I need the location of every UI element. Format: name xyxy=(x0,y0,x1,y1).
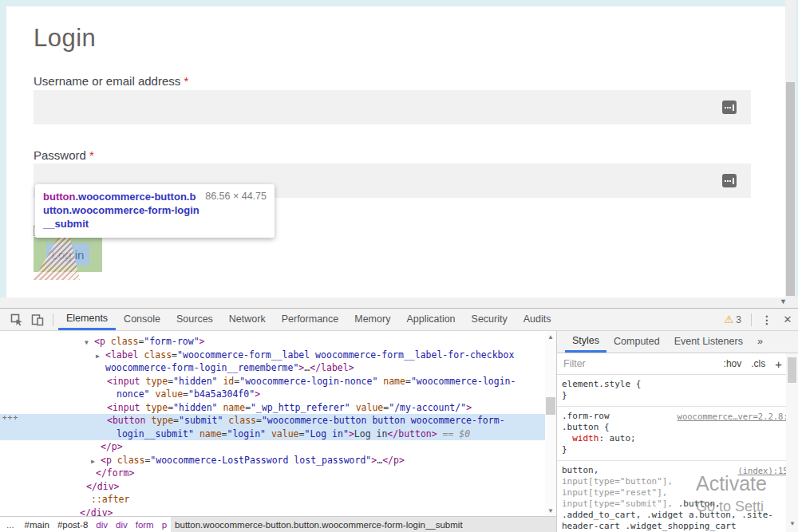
code-token: == $0 xyxy=(437,428,471,439)
code-line[interactable]: button,(index):155 xyxy=(562,465,784,476)
code-token: woocommerce-form-login__rememberme" xyxy=(105,362,298,373)
tooltip-selector-line2: utton.woocommerce-form-login xyxy=(43,203,267,217)
code-line[interactable]: } xyxy=(562,444,784,455)
toolbar-divider xyxy=(751,313,752,326)
code-line[interactable]: login__submit" name="login" value="Log i… xyxy=(0,428,545,441)
browser-viewport: Login Username or email address * Passwo… xyxy=(0,0,798,532)
code-line[interactable]: } xyxy=(562,390,784,401)
code-line[interactable]: <input type="hidden" id="woocommerce-log… xyxy=(0,375,545,388)
styles-scrollbar-thumb[interactable] xyxy=(788,357,796,383)
code-token xyxy=(562,433,572,443)
style-rule-section: button,(index):155input[type="button"],i… xyxy=(557,461,798,532)
devtools-tab-application[interactable]: Application xyxy=(398,309,463,330)
close-devtools-icon[interactable]: ✕ xyxy=(777,309,798,330)
hov-toggle[interactable]: :hov xyxy=(724,358,742,369)
new-style-rule-button[interactable]: + xyxy=(775,357,782,371)
code-line[interactable]: ▼<p class="form-row"> xyxy=(0,335,545,349)
code-token: } xyxy=(562,444,567,455)
devtools-tab-performance[interactable]: Performance xyxy=(274,309,347,330)
sidebar-tab-styles[interactable]: Styles xyxy=(565,331,606,353)
code-line[interactable]: input[type="reset"], xyxy=(562,487,784,499)
code-line[interactable]: header-cart .widget_shopping_cart xyxy=(562,521,784,532)
style-rules-list: element.style {}.form-rowwoocommerce…ver… xyxy=(557,375,798,532)
warning-icon: ⚠ xyxy=(725,313,734,325)
devtools-tab-audits[interactable]: Audits xyxy=(516,309,559,330)
elements-scrollbar-thumb[interactable] xyxy=(546,397,555,415)
code-line[interactable]: ▶<p class="woocommerce-LostPassword lost… xyxy=(0,454,545,467)
username-input[interactable] xyxy=(34,90,751,124)
code-line[interactable]: input[type="button"], xyxy=(562,476,784,487)
code-token: "woocommerce-button button woocommerce-f… xyxy=(262,415,505,426)
styles-filter-row: Filter :hov .cls + xyxy=(557,353,798,375)
scroll-down-arrow-icon[interactable]: ▼ xyxy=(547,507,554,514)
breadcrumb-form[interactable]: form xyxy=(132,517,158,532)
code-token: element.style { xyxy=(562,379,641,389)
code-line[interactable]: element.style { xyxy=(562,379,784,390)
code-line[interactable]: .added_to_cart, .widget a.button, .site- xyxy=(562,510,784,521)
breadcrumb-overflow[interactable]: ... xyxy=(0,517,21,532)
stylesheet-source-link[interactable]: (index):155 xyxy=(737,465,793,476)
devtools-tab-console[interactable]: Console xyxy=(116,309,168,330)
input-helper-icon[interactable] xyxy=(722,100,737,114)
tree-expand-arrow-icon[interactable]: ▼ xyxy=(85,337,94,350)
console-warning-badge[interactable]: ⚠ 3 xyxy=(720,313,746,325)
breadcrumb-div[interactable]: div xyxy=(92,517,112,532)
code-token: input[type="reset"], xyxy=(562,487,667,498)
styles-filter-input[interactable]: Filter xyxy=(563,358,714,369)
cls-toggle[interactable]: .cls xyxy=(751,358,765,369)
code-token: value xyxy=(271,428,299,439)
elements-vertical-scrollbar[interactable]: ▲ ▼ xyxy=(545,332,556,516)
tree-expand-arrow-icon[interactable]: ▶ xyxy=(96,350,105,364)
code-token: = xyxy=(173,415,179,426)
styles-sidebar: StylesComputedEvent Listeners» Filter :h… xyxy=(557,331,798,532)
code-line[interactable]: </p> xyxy=(0,440,545,454)
page-scrollbar-thumb[interactable] xyxy=(786,82,795,296)
page-horizontal-scrollbar[interactable]: ▼ xyxy=(0,298,798,309)
code-line[interactable]: width: auto; xyxy=(562,433,784,444)
sidebar-tab-computed[interactable]: Computed xyxy=(606,331,667,353)
inspect-element-icon[interactable] xyxy=(6,309,27,330)
devtools-tab-security[interactable]: Security xyxy=(464,309,516,330)
inspect-element-tooltip: 86.56 × 44.75 button.woocommerce-button.… xyxy=(35,184,275,238)
code-token: value xyxy=(155,388,183,400)
input-helper-icon[interactable] xyxy=(722,174,737,187)
stylesheet-source-link[interactable]: woocommerce…ver=2.2.8:1 xyxy=(678,411,793,422)
code-line[interactable]: ▶<label class="woocommerce-form__label w… xyxy=(0,349,545,362)
device-toolbar-icon[interactable] xyxy=(27,309,48,330)
code-token: "login" xyxy=(227,428,266,439)
devtools-tab-sources[interactable]: Sources xyxy=(168,309,221,330)
username-label: Username or email address * xyxy=(34,74,188,88)
devtools-panel: ElementsConsoleSourcesNetworkPerformance… xyxy=(0,309,798,532)
code-line[interactable]: </div> xyxy=(0,506,545,517)
code-line[interactable]: ::after xyxy=(0,493,545,506)
scroll-up-arrow-icon[interactable]: ▲ xyxy=(547,333,554,341)
code-line[interactable]: woocommerce-form-login__rememberme">…</l… xyxy=(0,361,545,375)
breadcrumb-p[interactable]: p xyxy=(158,517,171,532)
breadcrumb-button.woocommerce-button.button.woocomm[interactable]: button.woocommerce-button.button.woocomm… xyxy=(171,517,556,532)
scroll-down-arrow-icon[interactable]: ▼ xyxy=(789,520,796,527)
breadcrumb-#main[interactable]: #main xyxy=(21,517,53,532)
breadcrumb-div[interactable]: div xyxy=(112,517,132,532)
code-line[interactable]: </div> xyxy=(0,480,545,494)
code-token: "woocommerce-LostPassword lost_password" xyxy=(150,455,371,466)
code-line[interactable]: .button { xyxy=(562,422,784,433)
sidebar-tab-event-listeners[interactable]: Event Listeners xyxy=(667,331,750,353)
code-line[interactable]: <input type="hidden" name="_wp_http_refe… xyxy=(0,401,545,415)
styles-vertical-scrollbar[interactable]: ▼ xyxy=(786,353,798,532)
code-token: <p xyxy=(101,455,117,466)
devtools-tab-network[interactable]: Network xyxy=(221,309,274,330)
code-line[interactable]: input[type="submit"], .button, xyxy=(562,499,784,510)
code-line[interactable]: nonce" value="b4a5a304f0"> xyxy=(0,388,545,401)
required-asterisk: * xyxy=(89,148,94,162)
code-line[interactable]: </form> xyxy=(0,467,545,480)
kebab-menu-icon[interactable]: ⋮ xyxy=(757,309,777,330)
devtools-tab-memory[interactable]: Memory xyxy=(346,309,398,330)
breadcrumb-#post-8[interactable]: #post-8 xyxy=(53,517,92,532)
code-line[interactable]: .form-rowwoocommerce…ver=2.2.8:1 xyxy=(562,411,784,422)
sidebar-more-tabs-icon[interactable]: » xyxy=(750,331,770,353)
code-token: </form> xyxy=(96,467,134,479)
code-line[interactable]: <button type="submit" class="woocommerce… xyxy=(0,414,545,428)
scroll-down-arrow-icon[interactable]: ▼ xyxy=(780,298,787,305)
devtools-tab-elements[interactable]: Elements xyxy=(58,309,116,330)
page-vertical-scrollbar[interactable] xyxy=(785,0,796,298)
